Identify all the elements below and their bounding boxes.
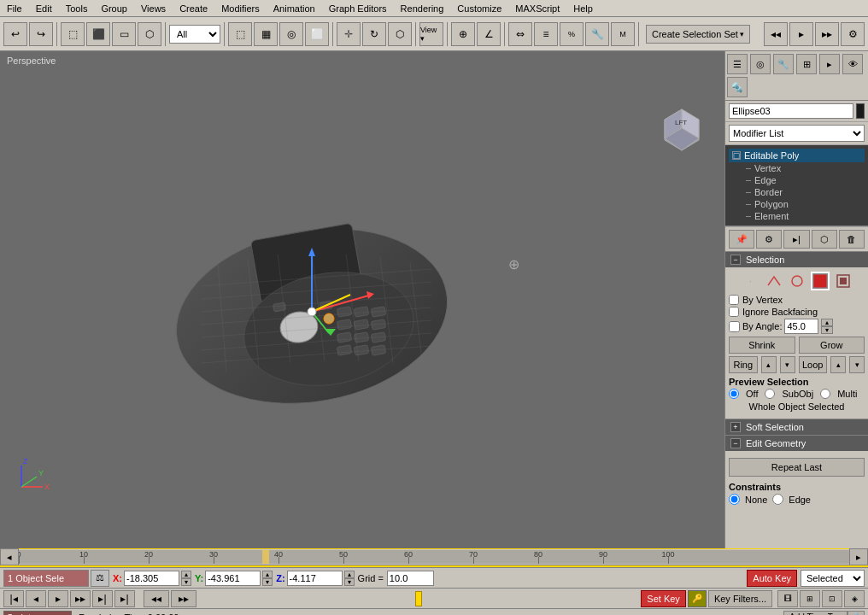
menu-group[interactable]: Group — [94, 2, 134, 15]
make-unique-btn[interactable]: ⬡ — [812, 230, 837, 249]
align-btn[interactable]: ≡ — [534, 22, 558, 46]
sel-element-icon[interactable] — [834, 272, 853, 290]
snap-btn[interactable]: ⊕ — [451, 22, 475, 46]
add-time-tag-btn[interactable]: Add Time Tag — [783, 611, 847, 616]
nav-prev-btn[interactable]: ◂◂ — [764, 22, 788, 46]
angsnap-btn[interactable]: ∠ — [477, 22, 501, 46]
create-selection-set-btn[interactable]: Create Selection Set ▾ — [646, 25, 750, 44]
menu-tools[interactable]: Tools — [59, 2, 95, 15]
playback-extra2[interactable]: ⊞ — [800, 590, 820, 607]
play-all-btn[interactable]: ▸▸ — [70, 590, 91, 607]
panel-motion-btn[interactable]: ▸ — [819, 54, 840, 74]
select-obj-btn[interactable]: ⬚ — [228, 22, 252, 46]
menu-rendering[interactable]: Rendering — [394, 2, 451, 15]
lock-icon[interactable]: 🔒 — [847, 611, 865, 616]
soft-selection-toggle[interactable]: + — [730, 422, 741, 432]
stack-sub-vertex[interactable]: Vertex — [729, 162, 865, 174]
sel-polygon-icon[interactable] — [811, 272, 830, 290]
by-angle-up[interactable]: ▴ — [821, 319, 833, 326]
ring-arrow-down-btn[interactable]: ▾ — [780, 356, 795, 373]
menu-animation[interactable]: Animation — [267, 2, 322, 15]
preview-multi-radio[interactable] — [820, 389, 830, 399]
sel-vertex-icon[interactable]: · — [742, 272, 760, 290]
menu-create[interactable]: Create — [173, 2, 214, 15]
panel-display2-btn[interactable]: 👁 — [842, 54, 863, 74]
viewport[interactable]: Perspective LFT ⊕ — [0, 51, 724, 548]
view-dropdown-btn[interactable]: View ▾ — [419, 22, 443, 46]
config-mods-btn[interactable]: ⚙ — [756, 230, 782, 249]
coord-z-up[interactable]: ▴ — [344, 571, 355, 578]
ignore-backfacing-checkbox[interactable] — [729, 307, 739, 317]
stack-sub-element[interactable]: Element — [729, 210, 865, 222]
select-lasso-btn[interactable]: ⬡ — [138, 22, 161, 46]
constraint-none-radio[interactable] — [729, 494, 740, 505]
menu-modifiers[interactable]: Modifiers — [214, 2, 267, 15]
next-frame-btn[interactable]: ▸| — [92, 590, 113, 607]
mode-dropdown[interactable]: All — [169, 25, 220, 44]
menu-views[interactable]: Views — [134, 2, 173, 15]
nav-settings-btn[interactable]: ⚙ — [841, 22, 865, 46]
menu-customize[interactable]: Customize — [450, 2, 508, 15]
nav-play-btn[interactable]: ▸ — [789, 22, 813, 46]
coord-x-up[interactable]: ▴ — [181, 571, 191, 578]
select-rect-btn[interactable]: ▦ — [254, 22, 278, 46]
coord-x-input[interactable] — [124, 571, 179, 586]
script-input[interactable] — [3, 611, 72, 616]
panel-utility-btn[interactable]: 🔩 — [727, 77, 748, 97]
shrink-btn[interactable]: Shrink — [729, 337, 795, 354]
timeline-nav-right[interactable]: ▸ — [849, 548, 868, 565]
status-icon[interactable]: ⚖ — [91, 570, 109, 587]
timeline-nav-left[interactable]: ◂ — [0, 548, 19, 565]
loop-btn[interactable]: Loop — [799, 356, 828, 373]
edit-geometry-header[interactable]: − Edit Geometry — [725, 436, 868, 451]
loop-arrow-btn[interactable]: ▴ — [830, 356, 846, 373]
menu-graph-editors[interactable]: Graph Editors — [322, 2, 394, 15]
redo-btn[interactable]: ↪ — [29, 22, 53, 46]
stack-sub-border[interactable]: Border — [729, 186, 865, 198]
ring-btn[interactable]: Ring — [729, 356, 758, 373]
stack-sub-polygon[interactable]: Polygon — [729, 198, 865, 210]
sel-edge-icon[interactable] — [765, 272, 783, 290]
coord-z-input[interactable] — [287, 571, 343, 586]
material-btn[interactable]: M — [611, 22, 635, 46]
ring-arrow-btn[interactable]: ▴ — [761, 356, 777, 373]
panel-hierarchy-btn[interactable]: ⊞ — [796, 54, 817, 74]
select-region2-btn[interactable]: ⬜ — [305, 22, 329, 46]
nav-forward-btn[interactable]: ▸▸ — [171, 590, 196, 607]
select-region-btn[interactable]: ⬛ — [86, 22, 110, 46]
menu-edit[interactable]: Edit — [29, 2, 59, 15]
go-start-btn[interactable]: |◂ — [3, 590, 24, 607]
playback-extra3[interactable]: ⊡ — [822, 590, 842, 607]
auto-key-btn[interactable]: Auto Key — [747, 570, 797, 587]
layer-btn[interactable]: % — [560, 22, 584, 46]
move-btn[interactable]: ✛ — [337, 22, 361, 46]
key-icon[interactable]: 🔑 — [688, 590, 707, 607]
repeat-last-btn[interactable]: Repeat Last — [729, 458, 865, 477]
grid-input[interactable] — [387, 571, 434, 586]
select-fence-btn[interactable]: ▭ — [112, 22, 136, 46]
stack-item-editable-poly[interactable]: □ Editable Poly — [729, 149, 865, 162]
playback-extra1[interactable]: 🎞 — [777, 590, 798, 607]
render-setup-btn[interactable]: 🔧 — [585, 22, 609, 46]
mirror-btn[interactable]: ⇔ — [508, 22, 532, 46]
go-end-btn[interactable]: ▸| — [114, 590, 135, 607]
grow-btn[interactable]: Grow — [799, 337, 865, 354]
play-btn[interactable]: ▸ — [48, 590, 68, 607]
menu-maxscript[interactable]: MAXScript — [508, 2, 566, 15]
panel-shape-btn[interactable]: ◎ — [750, 54, 771, 74]
select-circle-btn[interactable]: ◎ — [279, 22, 303, 46]
show-end-btn[interactable]: ▸| — [783, 230, 809, 249]
rotate-btn[interactable]: ↻ — [362, 22, 386, 46]
coord-y-up[interactable]: ▴ — [262, 571, 273, 578]
playback-extra4[interactable]: ◈ — [844, 590, 865, 607]
scale-btn[interactable]: ⬡ — [388, 22, 412, 46]
stack-sub-edge[interactable]: Edge — [729, 174, 865, 186]
viewport-cube[interactable]: LFT — [656, 102, 707, 154]
menu-help[interactable]: Help — [566, 2, 600, 15]
coord-y-input[interactable] — [205, 571, 261, 586]
select-btn[interactable]: ⬚ — [61, 22, 85, 46]
key-filters-btn[interactable]: Key Filters... — [708, 590, 772, 607]
coord-x-down[interactable]: ▾ — [181, 578, 191, 586]
by-vertex-checkbox[interactable] — [729, 295, 739, 305]
panel-display-btn[interactable]: ☰ — [727, 54, 748, 74]
